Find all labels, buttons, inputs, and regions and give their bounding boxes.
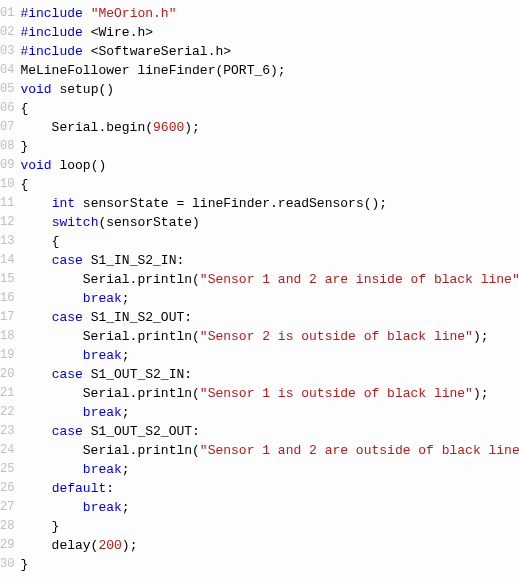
line-number: 15 — [0, 270, 14, 289]
line-number: 06 — [0, 99, 14, 118]
line-number: 07 — [0, 118, 14, 137]
code-line: Serial.println("Sensor 1 is outside of b… — [20, 384, 519, 403]
line-number: 01 — [0, 4, 14, 23]
line-number: 17 — [0, 308, 14, 327]
code-line: break; — [20, 460, 519, 479]
code-line: #include "MeOrion.h" — [20, 4, 519, 23]
code-line: int sensorState = lineFinder.readSensors… — [20, 194, 519, 213]
code-line: case S1_OUT_S2_IN: — [20, 365, 519, 384]
line-number: 27 — [0, 498, 14, 517]
code-line: { — [20, 99, 519, 118]
line-number: 08 — [0, 137, 14, 156]
code-line: default: — [20, 479, 519, 498]
line-number: 20 — [0, 365, 14, 384]
code-line: #include <Wire.h> — [20, 23, 519, 42]
code-line: Serial.println("Sensor 1 and 2 are insid… — [20, 270, 519, 289]
line-number: 03 — [0, 42, 14, 61]
line-number: 28 — [0, 517, 14, 536]
code-editor: 01 02 03 04 05 06 07 08 09 10 11 12 13 1… — [0, 0, 519, 578]
line-number: 10 — [0, 175, 14, 194]
code-line: break; — [20, 403, 519, 422]
line-number: 05 — [0, 80, 14, 99]
code-line: case S1_IN_S2_IN: — [20, 251, 519, 270]
code-line: } — [20, 137, 519, 156]
line-number: 14 — [0, 251, 14, 270]
line-number-gutter: 01 02 03 04 05 06 07 08 09 10 11 12 13 1… — [0, 0, 14, 578]
code-area[interactable]: #include "MeOrion.h" #include <Wire.h> #… — [14, 0, 519, 578]
code-line: delay(200); — [20, 536, 519, 555]
code-line: case S1_IN_S2_OUT: — [20, 308, 519, 327]
line-number: 21 — [0, 384, 14, 403]
code-line: switch(sensorState) — [20, 213, 519, 232]
code-line: { — [20, 232, 519, 251]
line-number: 13 — [0, 232, 14, 251]
code-line: break; — [20, 498, 519, 517]
line-number: 25 — [0, 460, 14, 479]
line-number: 22 — [0, 403, 14, 422]
code-line: } — [20, 555, 519, 574]
line-number: 12 — [0, 213, 14, 232]
code-line: break; — [20, 346, 519, 365]
line-number: 24 — [0, 441, 14, 460]
line-number: 16 — [0, 289, 14, 308]
code-line: { — [20, 175, 519, 194]
line-number: 02 — [0, 23, 14, 42]
code-line: void loop() — [20, 156, 519, 175]
code-line: Serial.begin(9600); — [20, 118, 519, 137]
code-line: void setup() — [20, 80, 519, 99]
code-line: case S1_OUT_S2_OUT: — [20, 422, 519, 441]
line-number: 04 — [0, 61, 14, 80]
code-line: #include <SoftwareSerial.h> — [20, 42, 519, 61]
code-line: Serial.println("Sensor 1 and 2 are outsi… — [20, 441, 519, 460]
code-line: break; — [20, 289, 519, 308]
code-line: Serial.println("Sensor 2 is outside of b… — [20, 327, 519, 346]
line-number: 18 — [0, 327, 14, 346]
code-line: } — [20, 517, 519, 536]
line-number: 30 — [0, 555, 14, 574]
line-number: 23 — [0, 422, 14, 441]
line-number: 11 — [0, 194, 14, 213]
line-number: 29 — [0, 536, 14, 555]
line-number: 19 — [0, 346, 14, 365]
code-line: MeLineFollower lineFinder(PORT_6); — [20, 61, 519, 80]
line-number: 26 — [0, 479, 14, 498]
line-number: 09 — [0, 156, 14, 175]
